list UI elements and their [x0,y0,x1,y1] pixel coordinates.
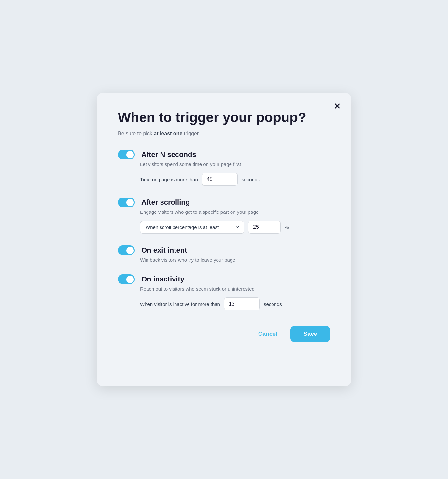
save-button[interactable]: Save [290,326,330,342]
modal-subtitle: Be sure to pick at least one trigger [118,131,330,137]
inactivity-toggle[interactable] [118,274,135,284]
after-n-seconds-section: After N seconds Let visitors spend some … [118,150,330,186]
inactivity-header: On inactivity [118,274,330,284]
scroll-percent-unit: % [285,225,289,230]
after-scrolling-desc: Engage visitors who got to a specific pa… [140,209,330,215]
after-n-seconds-desc: Let visitors spend some time on your pag… [140,161,330,167]
inactivity-slider [118,274,135,284]
after-n-seconds-header: After N seconds [118,150,330,159]
inactivity-section: On inactivity Reach out to visitors who … [118,274,330,310]
inactivity-desc: Reach out to visitors who seem stuck or … [140,286,330,292]
after-n-seconds-title: After N seconds [141,150,196,159]
subtitle-prefix: Be sure to pick [118,131,154,136]
exit-intent-section: On exit intent Win back visitors who try… [118,245,330,263]
subtitle-emphasis: at least one [154,131,182,136]
after-scrolling-title: After scrolling [141,198,190,207]
after-scrolling-slider [118,198,135,207]
inactivity-input-row: When visitor is inactive for more than s… [140,297,330,310]
after-scrolling-row: When scroll percentage is at least When … [140,221,330,234]
subtitle-suffix: trigger [182,131,199,136]
after-scrolling-header: After scrolling [118,198,330,207]
after-n-seconds-input-row: Time on page is more than seconds [140,173,330,186]
exit-intent-slider [118,245,135,255]
after-n-seconds-toggle[interactable] [118,150,135,159]
exit-intent-toggle[interactable] [118,245,135,255]
exit-intent-header: On exit intent [118,245,330,255]
inactivity-unit: seconds [264,301,282,307]
after-scrolling-section: After scrolling Engage visitors who got … [118,198,330,234]
scroll-percent-input[interactable] [248,221,281,234]
close-button[interactable]: ✕ [333,102,341,111]
after-scrolling-toggle[interactable] [118,198,135,207]
scroll-condition-dropdown[interactable]: When scroll percentage is at least When … [140,221,244,234]
after-n-seconds-slider [118,150,135,159]
after-n-seconds-input[interactable] [202,173,238,186]
cancel-button[interactable]: Cancel [252,327,284,341]
after-n-seconds-unit: seconds [242,177,260,182]
after-n-seconds-label: Time on page is more than [140,177,198,182]
inactivity-title: On inactivity [141,275,184,283]
exit-intent-desc: Win back visitors who try to leave your … [140,257,330,263]
modal-title: When to trigger your popup? [118,110,330,125]
modal-footer: Cancel Save [118,326,330,342]
inactivity-input-label: When visitor is inactive for more than [140,301,220,307]
inactivity-input[interactable] [224,297,260,310]
exit-intent-title: On exit intent [141,246,187,254]
trigger-modal: ✕ When to trigger your popup? Be sure to… [97,93,351,386]
